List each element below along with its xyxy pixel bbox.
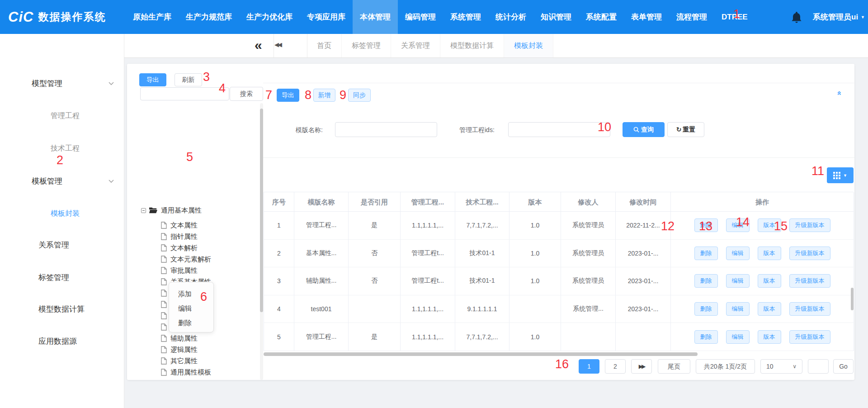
- notification-bell-icon[interactable]: [791, 11, 802, 23]
- tab[interactable]: 标签管理: [342, 34, 391, 57]
- sidebar-item-model-mgmt[interactable]: 模型管理: [32, 79, 62, 89]
- go-button[interactable]: Go: [833, 359, 854, 374]
- page-button-1[interactable]: 1: [579, 359, 599, 374]
- cell-ref: [349, 295, 401, 323]
- top-nav-item[interactable]: 系统管理: [443, 0, 488, 34]
- sidebar-item-tech-project[interactable]: 技术工程: [51, 143, 80, 153]
- cell-modifier: 系统管理员: [561, 267, 616, 295]
- table-horizontal-scrollbar[interactable]: [264, 352, 698, 356]
- top-nav-item[interactable]: 生产力规范库: [179, 0, 239, 34]
- edit-button[interactable]: 编辑: [726, 330, 750, 344]
- top-nav-item[interactable]: 知识管理: [533, 0, 579, 34]
- top-nav-item[interactable]: 流程管理: [669, 0, 714, 34]
- scroll-tabs-left-icon[interactable]: ◀◀: [274, 41, 281, 48]
- delete-button[interactable]: 删除: [694, 247, 718, 260]
- sidebar-item-template-mgmt[interactable]: 模板管理: [32, 176, 62, 186]
- top-nav-item[interactable]: DTREE: [714, 0, 755, 34]
- top-nav-item[interactable]: 编码管理: [398, 0, 443, 34]
- tab[interactable]: 模型数据计算: [440, 34, 504, 57]
- tree-search-button[interactable]: 搜索: [230, 87, 263, 101]
- sync-button[interactable]: 同步: [348, 89, 371, 102]
- tree-node-file[interactable]: 辅助属性: [161, 333, 198, 344]
- edit-button[interactable]: 编辑: [726, 302, 750, 316]
- version-button[interactable]: 版本: [758, 274, 781, 288]
- file-icon: [161, 244, 167, 251]
- tree-search-input[interactable]: [140, 87, 229, 100]
- sidebar-item-relation-mgmt[interactable]: 关系管理: [38, 240, 69, 250]
- sidebar-item-model-data-calc[interactable]: 模型数据计算: [38, 304, 85, 314]
- upgrade-version-button[interactable]: 升级新版本: [789, 247, 830, 260]
- version-button[interactable]: 版本: [758, 247, 781, 260]
- query-button[interactable]: 查询: [623, 122, 665, 137]
- version-button[interactable]: 版本: [758, 302, 781, 316]
- sidebar-item-app-datasource[interactable]: 应用数据源: [38, 337, 77, 346]
- version-button[interactable]: 版本: [758, 330, 781, 344]
- tree-node-folder[interactable]: 通用基本属性: [141, 205, 202, 216]
- tree-node-file[interactable]: 其它属性: [161, 356, 198, 366]
- chevron-down-icon: [108, 82, 114, 85]
- delete-button[interactable]: 删除: [694, 302, 718, 316]
- tab[interactable]: 模板封装: [504, 34, 553, 57]
- top-nav-item[interactable]: 生产力优化库: [239, 0, 300, 34]
- context-menu-edit[interactable]: 编辑: [169, 301, 213, 316]
- table-header-cell: 修改人: [561, 192, 616, 212]
- version-button[interactable]: 版本: [758, 218, 781, 232]
- context-menu-delete[interactable]: 删除: [169, 316, 213, 330]
- upgrade-version-button[interactable]: 升级新版本: [789, 218, 830, 232]
- edit-button[interactable]: 编辑: [726, 218, 750, 232]
- tab[interactable]: 首页: [307, 34, 342, 57]
- top-nav-item[interactable]: 原始生产库: [126, 0, 179, 34]
- tree-refresh-button[interactable]: 刷新: [175, 73, 202, 86]
- tab[interactable]: 关系管理: [391, 34, 440, 57]
- collapse-panel-icon[interactable]: «: [835, 91, 844, 95]
- sidebar-item-mgmt-project[interactable]: 管理工程: [51, 111, 80, 121]
- go-to-page-input[interactable]: [808, 359, 829, 374]
- table-body: 1 管理工程... 是 1.1,1.1.1,... 7,7.1,7.2,... …: [264, 212, 854, 351]
- edit-button[interactable]: 编辑: [726, 247, 750, 260]
- page-button-2[interactable]: 2: [605, 359, 626, 374]
- top-nav-item[interactable]: 系统配置: [579, 0, 624, 34]
- delete-button[interactable]: 删除: [694, 274, 718, 288]
- user-menu[interactable]: 系统管理员ui ▼: [813, 0, 865, 34]
- top-nav-bar: CiC 数据操作系统 原始生产库 生产力规范库 生产力优化库 专项应用库 本体管…: [0, 0, 868, 34]
- tree-export-button[interactable]: 导出: [139, 73, 166, 86]
- tree-node-file[interactable]: 逻辑属性: [161, 344, 198, 355]
- table-vertical-scrollbar[interactable]: [851, 288, 854, 310]
- column-settings-button[interactable]: ▼: [827, 167, 854, 183]
- delete-button[interactable]: 删除: [694, 330, 718, 344]
- tree-node-file[interactable]: 文本元素解析: [161, 254, 211, 265]
- sidebar-item-template-package[interactable]: 模板封装: [51, 209, 80, 218]
- top-nav-item[interactable]: 本体管理: [353, 0, 398, 34]
- upgrade-version-button[interactable]: 升级新版本: [789, 302, 830, 316]
- add-button[interactable]: 新增: [313, 89, 335, 102]
- edit-button[interactable]: 编辑: [726, 274, 750, 288]
- top-nav-item[interactable]: 统计分析: [488, 0, 533, 34]
- file-icon: [161, 289, 167, 297]
- tree-node-file[interactable]: 文本解析: [161, 242, 198, 253]
- tree-node-file[interactable]: 审批属性: [161, 265, 198, 276]
- top-nav-item[interactable]: 表单管理: [624, 0, 669, 34]
- last-page-button[interactable]: 尾页: [658, 359, 690, 374]
- page-size-select[interactable]: 10 ∨: [760, 359, 802, 374]
- tree-node-file[interactable]: 通用属性模板: [161, 367, 211, 378]
- reset-button[interactable]: ↻重置: [667, 122, 704, 137]
- top-nav-item[interactable]: 专项应用库: [300, 0, 353, 34]
- collapse-expander-icon[interactable]: [141, 208, 146, 213]
- project-ids-input[interactable]: [508, 122, 610, 137]
- export-button[interactable]: 导出: [277, 89, 299, 102]
- sidebar-item-tag-mgmt[interactable]: 标签管理: [38, 273, 69, 283]
- tree-node-file[interactable]: 指针属性: [161, 231, 198, 242]
- delete-button[interactable]: 删除: [694, 218, 718, 232]
- template-name-input[interactable]: [335, 122, 437, 137]
- tree-scrollbar-thumb[interactable]: [260, 109, 263, 312]
- cell-tech: 7,7.1,7.2,...: [455, 323, 509, 351]
- cell-actions: 删除 编辑 版本 升级新版本: [671, 323, 854, 351]
- next-pages-button[interactable]: ▶▶: [631, 359, 652, 374]
- context-menu-add[interactable]: 添加: [169, 287, 213, 301]
- upgrade-version-button[interactable]: 升级新版本: [789, 330, 830, 344]
- file-icon: [161, 335, 167, 342]
- collapse-tabs-icon[interactable]: «: [255, 38, 262, 53]
- upgrade-version-button[interactable]: 升级新版本: [789, 274, 830, 288]
- tree-node-file[interactable]: 文本属性: [161, 220, 198, 231]
- file-icon: [161, 312, 167, 319]
